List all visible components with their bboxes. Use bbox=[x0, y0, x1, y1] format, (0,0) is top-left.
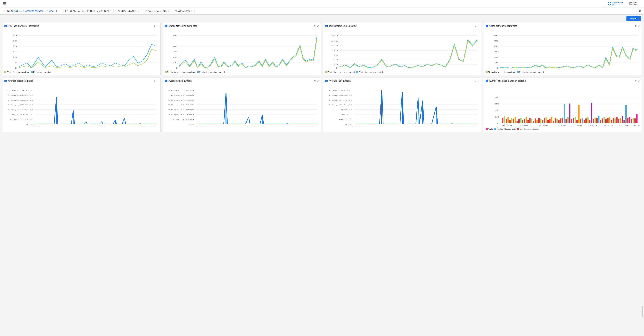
expand-chart-btn[interactable]: ⤢ bbox=[478, 25, 479, 27]
svg-text:2024: 2024 bbox=[520, 126, 527, 126]
chart-gates-started-completed: i Gates started vs. completed ↻ ⤢ 0 15 3… bbox=[484, 23, 642, 75]
svg-text:10: 10 bbox=[173, 62, 177, 64]
toolbar: Export bbox=[0, 15, 644, 23]
legend-color bbox=[197, 71, 199, 73]
svg-rect-173 bbox=[522, 120, 523, 123]
breadcrumb-item-3[interactable]: View bbox=[49, 10, 54, 12]
refresh-chart-btn[interactable]: ↻ bbox=[314, 80, 316, 82]
svg-rect-203 bbox=[576, 120, 578, 123]
filter-icon bbox=[145, 10, 147, 12]
charts-grid-row1: i Pipelines started vs. completed ↻ ⤢ 0 … bbox=[0, 23, 644, 78]
svg-text:1 Day, 20:26:40: 1 Day, 20:26:40 bbox=[329, 90, 352, 91]
svg-text:150: 150 bbox=[331, 45, 338, 47]
expand-chart-btn[interactable]: ⤢ bbox=[317, 80, 319, 82]
svg-rect-206 bbox=[582, 118, 583, 123]
svg-text:5 Days, 07:00:00: 5 Days, 07:00:00 bbox=[168, 104, 194, 106]
refresh-chart-btn[interactable]: ↻ bbox=[314, 25, 316, 27]
svg-text:45: 45 bbox=[494, 51, 498, 53]
svg-rect-204 bbox=[578, 105, 580, 123]
chart-header: i Average stage duration ↻ ⤢ bbox=[165, 80, 319, 82]
svg-text:7 Days, 22:30:00: 7 Days, 22:30:00 bbox=[168, 94, 194, 96]
info-icon[interactable]: i bbox=[325, 25, 328, 27]
svg-text:08 Nov 2024: 08 Nov 2024 bbox=[134, 125, 155, 126]
info-icon[interactable]: i bbox=[165, 25, 168, 27]
tab-dashboard[interactable]: Dashboard view bbox=[604, 0, 626, 7]
expand-chart-btn[interactable]: ⤢ bbox=[478, 80, 479, 82]
svg-rect-181 bbox=[536, 120, 538, 123]
chart-stages-started-completed: i Stages started vs. completed ↻ ⤢ 0 10 … bbox=[163, 23, 321, 75]
chart-header: i Average task duration ↻ ⤢ bbox=[325, 80, 479, 82]
tab-dsl[interactable]: DSL view bbox=[626, 0, 641, 7]
breadcrumb-dropdown[interactable]: ▼ bbox=[55, 10, 58, 12]
svg-rect-178 bbox=[531, 119, 532, 123]
time-range-filter[interactable]: Past 3 Months | Aug 08, 2024 - Nov 08, 2… bbox=[62, 9, 114, 13]
svg-text:08 Nov 2024: 08 Nov 2024 bbox=[295, 125, 316, 126]
svg-text:2 Days, 23:26:00: 2 Days, 23:26:00 bbox=[8, 114, 34, 116]
expand-chart-btn[interactable]: ⤢ bbox=[317, 25, 319, 27]
pipeline-filter[interactable]: Pipeline Name (260) ▼ bbox=[143, 9, 171, 13]
svg-text:1 Day, 07:45:00: 1 Day, 07:45:00 bbox=[170, 119, 194, 120]
svg-rect-220 bbox=[607, 118, 608, 123]
svg-line-14 bbox=[65, 11, 65, 12]
refresh-chart-btn[interactable]: ↻ bbox=[635, 80, 637, 82]
chart-legend: Ef_pipeline_run_gate_completed Ef_pipeli… bbox=[486, 71, 640, 73]
chart-canvas: 0 30 60 90 120 150 180 200 0 bbox=[325, 29, 479, 70]
chart-canvas: 0 ms 1 Day, 11:43:00 2 Days, 23:26:00 4 … bbox=[4, 83, 158, 127]
info-icon[interactable]: i bbox=[165, 80, 168, 82]
expand-chart-btn[interactable]: ⤢ bbox=[156, 80, 158, 82]
svg-text:15: 15 bbox=[494, 62, 498, 64]
svg-rect-5 bbox=[608, 4, 609, 5]
refresh-chart-btn[interactable]: ↻ bbox=[154, 25, 156, 27]
breadcrumb-item-1[interactable]: CDRO-1... bbox=[11, 10, 22, 12]
svg-text:08 Aug 2024: 08 Aug 2024 bbox=[351, 125, 372, 126]
svg-text:10: 10 bbox=[495, 116, 499, 118]
svg-rect-209 bbox=[587, 117, 588, 123]
svg-text:25: 25 bbox=[12, 40, 17, 42]
svg-text:30: 30 bbox=[12, 35, 17, 37]
expand-chart-btn[interactable]: ⤢ bbox=[638, 25, 640, 27]
info-icon[interactable]: i bbox=[325, 80, 328, 82]
refresh-chart-btn[interactable]: ↻ bbox=[474, 25, 476, 27]
export-button[interactable]: Export bbox=[626, 16, 641, 21]
svg-rect-168 bbox=[513, 119, 514, 123]
tags-filter[interactable]: All Tags (70) ▼ bbox=[174, 9, 194, 13]
svg-text:08 Aug 2024: 08 Aug 2024 bbox=[191, 125, 211, 126]
nav-tabs: Dashboard view DSL view bbox=[604, 0, 641, 7]
svg-text:0: 0 bbox=[496, 67, 498, 69]
svg-rect-192 bbox=[556, 119, 558, 123]
svg-rect-214 bbox=[596, 118, 598, 123]
svg-rect-163 bbox=[504, 116, 505, 123]
svg-text:2024: 2024 bbox=[538, 126, 545, 126]
info-icon[interactable]: i bbox=[486, 80, 488, 82]
svg-text:0: 0 bbox=[15, 67, 17, 69]
info-icon[interactable]: i bbox=[4, 80, 7, 82]
svg-rect-174 bbox=[524, 119, 525, 123]
svg-rect-3 bbox=[608, 2, 609, 3]
svg-rect-212 bbox=[592, 119, 594, 123]
svg-text:120: 120 bbox=[331, 50, 338, 51]
svg-text:2024: 2024 bbox=[572, 126, 579, 126]
legend-color bbox=[165, 71, 167, 73]
back-button[interactable]: ← bbox=[3, 10, 6, 13]
menu-icon[interactable] bbox=[3, 2, 6, 6]
project-filter[interactable]: All Projects (157) ▼ bbox=[116, 9, 141, 13]
chart-avg-pipeline-duration: i Average pipeline duration ↻ ⤢ 0 ms 1 D… bbox=[2, 78, 160, 132]
svg-text:90: 90 bbox=[334, 54, 338, 56]
refresh-button[interactable]: ↻ bbox=[638, 9, 641, 13]
info-icon[interactable]: i bbox=[4, 25, 7, 27]
svg-rect-217 bbox=[602, 119, 603, 123]
svg-text:1 Day, 14:06:00: 1 Day, 14:06:00 bbox=[329, 94, 352, 96]
svg-rect-198 bbox=[567, 117, 568, 123]
breadcrumb-item-2[interactable]: Analytics dashboa... bbox=[25, 10, 45, 12]
refresh-chart-btn[interactable]: ↻ bbox=[154, 80, 156, 82]
info-icon[interactable]: i bbox=[486, 25, 488, 27]
expand-chart-btn[interactable]: ⤢ bbox=[156, 25, 158, 27]
svg-text:0 ms: 0 ms bbox=[345, 124, 352, 125]
refresh-chart-btn[interactable]: ↻ bbox=[474, 80, 476, 82]
svg-rect-232 bbox=[629, 117, 630, 123]
expand-chart-btn[interactable]: ⤢ bbox=[638, 80, 640, 82]
svg-rect-183 bbox=[540, 119, 541, 123]
svg-rect-11 bbox=[8, 12, 9, 12]
svg-text:8 Days, 22:18:00: 8 Days, 22:18:00 bbox=[8, 94, 34, 96]
refresh-chart-btn[interactable]: ↻ bbox=[635, 25, 637, 27]
